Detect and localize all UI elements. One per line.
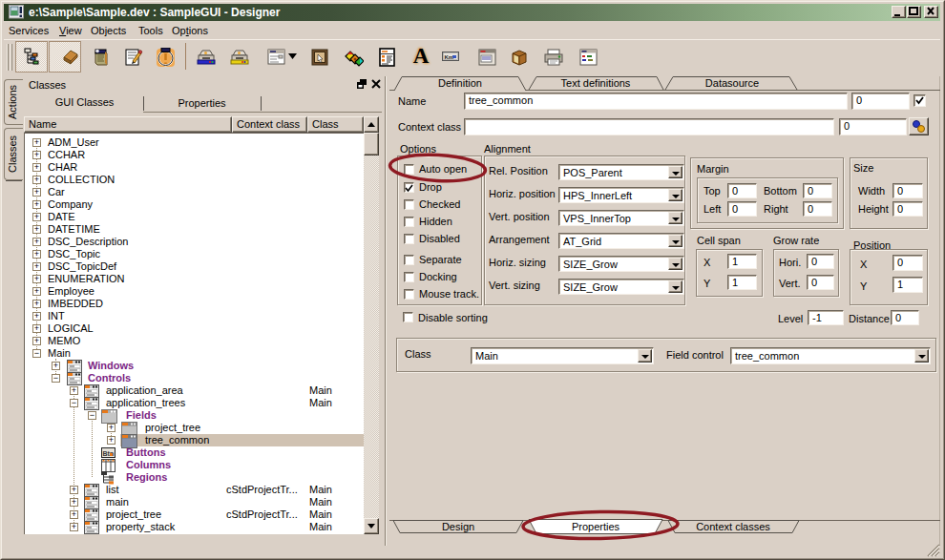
svg-text:Properties: Properties — [572, 521, 620, 532]
svg-text:Design: Design — [442, 521, 474, 532]
svg-text:Context classes: Context classes — [696, 521, 770, 532]
svg-text:Datasource: Datasource — [705, 77, 759, 89]
svg-text:Definition: Definition — [438, 77, 482, 89]
svg-text:Text definitions: Text definitions — [561, 77, 631, 89]
svg-text:Km: Km — [445, 54, 454, 60]
